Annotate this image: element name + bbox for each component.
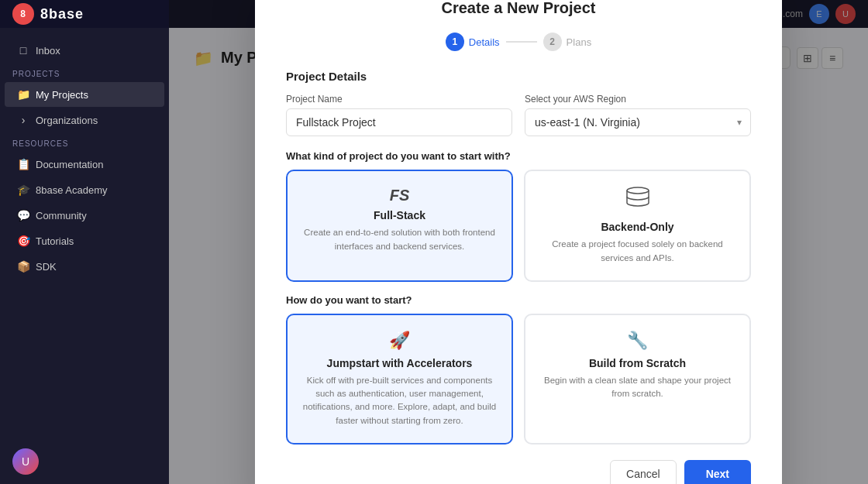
sidebar-item-community[interactable]: 💬 Community [5,203,164,228]
aws-region-select[interactable]: us-east-1 (N. Virginia) us-west-2 (Orego… [525,108,751,136]
svg-point-0 [627,187,649,194]
step-connector [506,41,537,43]
step-1-circle: 1 [446,33,464,51]
cancel-button[interactable]: Cancel [610,460,677,484]
sidebar-item-tutorials[interactable]: 🎯 Tutorials [5,228,164,253]
jumpstart-desc: Kick off with pre-built services and com… [300,374,499,427]
step-1-label: Details [469,36,500,48]
main-content: esteban.felipe+8basedocs@gmail.com E U 📁… [169,0,868,484]
project-name-label: Project Name [286,94,512,105]
aws-region-select-wrapper: us-east-1 (N. Virginia) us-west-2 (Orego… [525,108,751,136]
projects-section-label: PROJECTS [0,64,169,81]
sidebar-item-community-label: Community [36,210,87,221]
sidebar-bottom: U [0,439,169,484]
academy-icon: 🎓 [17,184,29,196]
sidebar: 8 8base □ Inbox PROJECTS 📁 My Projects ›… [0,0,169,484]
sidebar-item-organizations-label: Organizations [36,115,98,126]
app-logo[interactable]: 8 8base [0,0,169,28]
sidebar-item-organizations[interactable]: › Organizations [5,108,164,132]
sidebar-item-academy-label: 8base Academy [36,184,108,196]
scratch-desc: Begin with a clean slate and shape your … [538,374,737,401]
next-button[interactable]: Next [684,460,751,484]
step-2: 2 Plans [543,33,592,51]
backend-title: Backend-Only [601,221,673,233]
sdk-icon: 📦 [17,260,29,273]
sidebar-item-documentation[interactable]: 📋 Documentation [5,152,164,177]
scratch-title: Build from Scratch [589,357,686,369]
sidebar-item-sdk[interactable]: 📦 SDK [5,254,164,279]
community-icon: 💬 [17,209,29,221]
chevron-right-icon: › [17,114,29,126]
inbox-icon: □ [17,44,29,57]
logo-text: 8base [40,6,84,22]
project-kind-options: FS Full-Stack Create an end-to-end solut… [286,170,751,282]
logo-icon: 8 [12,3,34,25]
step-2-label: Plans [567,36,592,48]
modal-title: Create a New Project [286,0,751,17]
option-backend[interactable]: Backend-Only Create a project focused so… [524,170,751,282]
stepper: 1 Details 2 Plans [286,33,751,51]
fullstack-title: Full-Stack [374,209,425,221]
sidebar-item-inbox-label: Inbox [36,45,60,57]
sidebar-item-documentation-label: Documentation [36,159,103,170]
fullstack-desc: Create an end-to-end solution with both … [300,226,499,253]
wrench-icon: 🔧 [627,331,648,351]
sidebar-item-my-projects-label: My Projects [36,89,88,101]
form-row: Project Name Select your AWS Region us-e… [286,94,751,136]
fullstack-icon: FS [390,187,410,204]
aws-region-group: Select your AWS Region us-east-1 (N. Vir… [525,94,751,136]
option-fullstack[interactable]: FS Full-Stack Create an end-to-end solut… [286,170,513,282]
aws-region-label: Select your AWS Region [525,94,751,105]
option-scratch[interactable]: 🔧 Build from Scratch Begin with a clean … [524,314,751,445]
step-2-circle: 2 [543,33,562,51]
jumpstart-title: Jumpstart with Accelerators [327,357,473,369]
project-kind-label: What kind of project do you want to star… [286,150,751,162]
modal-footer: Cancel Next [286,460,751,484]
start-options: 🚀 Jumpstart with Accelerators Kick off w… [286,314,751,445]
step-1: 1 Details [446,33,500,51]
create-project-modal: × Create a New Project 1 Details 2 Plans [255,0,782,484]
user-avatar-bottom[interactable]: U [12,448,39,475]
sidebar-item-inbox[interactable]: □ Inbox [5,38,164,63]
modal-close-button[interactable]: × [758,0,766,1]
section-title: Project Details [286,70,751,83]
rocket-icon: 🚀 [389,331,410,351]
modal-overlay: × Create a New Project 1 Details 2 Plans [169,0,868,484]
sidebar-item-academy[interactable]: 🎓 8base Academy [5,177,164,202]
start-how-label: How do you want to start? [286,294,751,306]
backend-icon [625,187,650,215]
resources-section-label: RESOURCES [0,133,169,151]
sidebar-item-tutorials-label: Tutorials [36,235,74,247]
tutorials-icon: 🎯 [17,235,29,247]
option-jumpstart[interactable]: 🚀 Jumpstart with Accelerators Kick off w… [286,314,513,445]
sidebar-nav: □ Inbox PROJECTS 📁 My Projects › Organiz… [0,28,169,439]
sidebar-item-my-projects[interactable]: 📁 My Projects [5,82,164,107]
project-name-input[interactable] [286,108,512,136]
backend-desc: Create a project focused solely on backe… [538,238,737,265]
project-name-group: Project Name [286,94,512,136]
folder-icon: 📁 [17,88,29,101]
documentation-icon: 📋 [17,158,29,170]
sidebar-item-sdk-label: SDK [36,261,57,273]
